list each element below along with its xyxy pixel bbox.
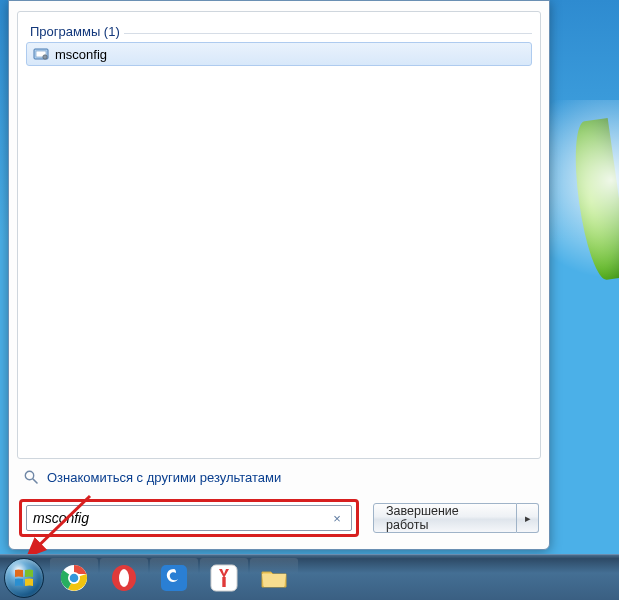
more-results-link[interactable]: Ознакомиться с другими результатами: [23, 469, 535, 485]
svg-point-8: [70, 573, 79, 582]
start-button[interactable]: [4, 558, 44, 598]
taskbar-item-browser-blue[interactable]: [150, 558, 198, 598]
start-menu-panel: Программы (1) msconfig Ознакомиться с др…: [8, 0, 550, 550]
taskbar-item-yandex[interactable]: [200, 558, 248, 598]
yandex-icon: [209, 563, 239, 593]
search-result-label: msconfig: [55, 47, 107, 62]
svg-point-2: [43, 55, 47, 59]
search-box[interactable]: ×: [26, 505, 352, 531]
windows-logo-icon: [13, 567, 35, 589]
taskbar: [0, 554, 619, 600]
taskbar-item-explorer[interactable]: [250, 558, 298, 598]
search-results-area: Программы (1) msconfig: [17, 11, 541, 459]
taskbar-item-chrome[interactable]: [50, 558, 98, 598]
search-icon: [23, 469, 39, 485]
opera-icon: [109, 563, 139, 593]
folder-icon: [259, 563, 289, 593]
svg-line-4: [33, 479, 37, 483]
shutdown-options-arrow[interactable]: ▸: [517, 503, 539, 533]
clear-search-icon[interactable]: ×: [329, 510, 345, 526]
svg-point-10: [119, 569, 129, 587]
chevron-right-icon: ▸: [525, 512, 531, 525]
svg-rect-11: [161, 565, 187, 591]
swirl-icon: [159, 563, 189, 593]
shutdown-button[interactable]: Завершение работы: [373, 503, 517, 533]
search-result-msconfig[interactable]: msconfig: [26, 42, 532, 66]
search-input[interactable]: [33, 510, 329, 526]
shutdown-label: Завершение работы: [386, 504, 504, 532]
search-box-highlight: ×: [19, 499, 359, 537]
start-menu-bottom-row: × Завершение работы ▸: [9, 491, 549, 549]
more-results-label: Ознакомиться с другими результатами: [47, 470, 281, 485]
wallpaper-leaf: [568, 118, 619, 282]
chrome-icon: [59, 563, 89, 593]
programs-group-header: Программы (1): [26, 24, 124, 39]
shutdown-split-button: Завершение работы ▸: [373, 503, 539, 533]
msconfig-icon: [33, 46, 49, 62]
taskbar-item-opera[interactable]: [100, 558, 148, 598]
